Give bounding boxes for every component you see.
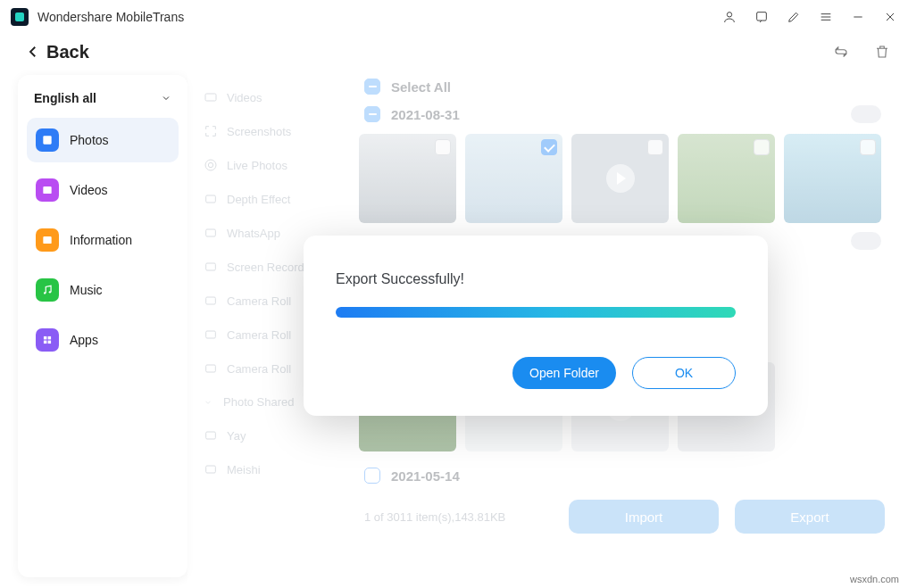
sidebar-item-videos[interactable]: Videos xyxy=(27,168,179,212)
svg-rect-21 xyxy=(206,466,216,473)
svg-point-5 xyxy=(44,292,46,294)
language-selector[interactable]: English all xyxy=(27,87,179,118)
selection-status: 1 of 3011 item(s),143.81KB xyxy=(364,510,505,524)
date-label: 2021-05-14 xyxy=(391,468,460,484)
sidebar-main: English all Photos Videos Information Mu… xyxy=(18,75,187,577)
refresh-icon[interactable] xyxy=(833,44,849,60)
ok-button[interactable]: OK xyxy=(632,357,736,389)
svg-rect-9 xyxy=(44,341,47,344)
date-group-row: 2021-05-14 xyxy=(359,460,890,491)
videos-icon xyxy=(36,178,59,202)
edit-icon[interactable] xyxy=(787,10,801,24)
sidebar-item-label: Information xyxy=(70,233,132,247)
progress-bar xyxy=(336,307,736,318)
select-all-label: Select All xyxy=(391,79,451,95)
select-all-checkbox[interactable] xyxy=(364,79,380,95)
back-row: Back xyxy=(0,34,908,70)
import-button[interactable]: Import xyxy=(569,500,719,534)
photos-icon xyxy=(36,128,59,152)
thumb-checkbox[interactable] xyxy=(541,139,557,155)
svg-rect-18 xyxy=(206,331,216,338)
close-icon[interactable] xyxy=(883,10,897,24)
app-title: Wondershare MobileTrans xyxy=(37,10,184,24)
svg-rect-11 xyxy=(205,94,216,101)
svg-rect-10 xyxy=(48,341,52,344)
svg-rect-20 xyxy=(206,432,216,439)
apps-icon xyxy=(36,328,59,352)
thumb-checkbox[interactable] xyxy=(647,139,663,155)
svg-point-12 xyxy=(208,162,212,167)
back-label: Back xyxy=(46,42,89,62)
svg-rect-17 xyxy=(206,297,216,304)
sidebar-item-label: Videos xyxy=(70,183,108,197)
thumb-checkbox[interactable] xyxy=(435,139,451,155)
music-icon xyxy=(36,278,59,302)
app-logo xyxy=(11,8,29,26)
svg-rect-19 xyxy=(206,365,216,372)
svg-point-13 xyxy=(205,160,216,170)
svg-rect-8 xyxy=(48,336,52,340)
sidebar-item-information[interactable]: Information xyxy=(27,218,179,262)
watermark: wsxdn.com xyxy=(850,574,899,584)
svg-rect-14 xyxy=(206,195,216,203)
svg-rect-7 xyxy=(44,336,47,340)
category-videos[interactable]: Videos xyxy=(196,80,355,114)
photo-thumb[interactable] xyxy=(571,134,669,223)
open-folder-button[interactable]: Open Folder xyxy=(512,357,616,389)
svg-rect-3 xyxy=(43,186,51,194)
category-meishi[interactable]: Meishi xyxy=(196,452,355,486)
play-icon xyxy=(606,164,635,193)
sidebar-item-label: Music xyxy=(70,283,103,297)
photo-thumb[interactable] xyxy=(784,134,881,223)
menu-icon[interactable] xyxy=(819,10,833,24)
photo-thumb[interactable] xyxy=(359,134,456,223)
category-yay[interactable]: Yay xyxy=(196,418,355,452)
chevron-left-icon xyxy=(25,44,41,60)
svg-rect-15 xyxy=(206,229,216,236)
sidebar-item-photos[interactable]: Photos xyxy=(27,118,179,162)
svg-rect-4 xyxy=(43,236,51,244)
feedback-icon[interactable] xyxy=(754,10,769,24)
select-all-row: Select All xyxy=(359,75,890,98)
category-live-photos[interactable]: Live Photos xyxy=(196,148,355,182)
category-screenshots[interactable]: Screenshots xyxy=(196,114,355,148)
date-checkbox[interactable] xyxy=(364,106,380,122)
svg-rect-16 xyxy=(206,263,216,270)
date-count-badge xyxy=(851,232,881,250)
back-button[interactable]: Back xyxy=(25,42,89,62)
language-label: English all xyxy=(34,91,96,105)
footer-bar: 1 of 3011 item(s),143.81KB Import Export xyxy=(359,491,890,534)
caret-down-icon xyxy=(204,398,212,407)
export-success-modal: Export Successfully! Open Folder OK xyxy=(304,236,768,416)
information-icon xyxy=(36,228,59,252)
sidebar-item-music[interactable]: Music xyxy=(27,268,179,312)
photo-thumb[interactable] xyxy=(678,134,775,223)
sidebar-item-apps[interactable]: Apps xyxy=(27,318,179,362)
modal-title: Export Successfully! xyxy=(336,271,736,287)
sidebar-item-label: Apps xyxy=(70,333,98,347)
date-count-badge xyxy=(851,105,881,123)
chevron-down-icon xyxy=(161,93,171,104)
svg-point-6 xyxy=(49,291,51,293)
export-button[interactable]: Export xyxy=(735,500,885,534)
thumb-checkbox[interactable] xyxy=(754,139,770,155)
category-depth-effect[interactable]: Depth Effect xyxy=(196,182,355,216)
photo-thumb[interactable] xyxy=(465,134,562,223)
title-bar: Wondershare MobileTrans xyxy=(0,0,908,34)
date-checkbox[interactable] xyxy=(364,468,380,484)
minimize-icon[interactable] xyxy=(851,10,865,24)
sidebar-item-label: Photos xyxy=(70,133,109,147)
account-icon[interactable] xyxy=(722,10,737,24)
date-group-row: 2021-08-31 xyxy=(359,98,890,130)
trash-icon[interactable] xyxy=(874,44,890,60)
svg-point-0 xyxy=(727,12,731,17)
thumbnail-grid xyxy=(359,130,890,232)
svg-rect-2 xyxy=(43,136,51,144)
thumb-checkbox[interactable] xyxy=(860,139,876,155)
svg-rect-1 xyxy=(757,12,767,21)
date-label: 2021-08-31 xyxy=(391,107,460,122)
